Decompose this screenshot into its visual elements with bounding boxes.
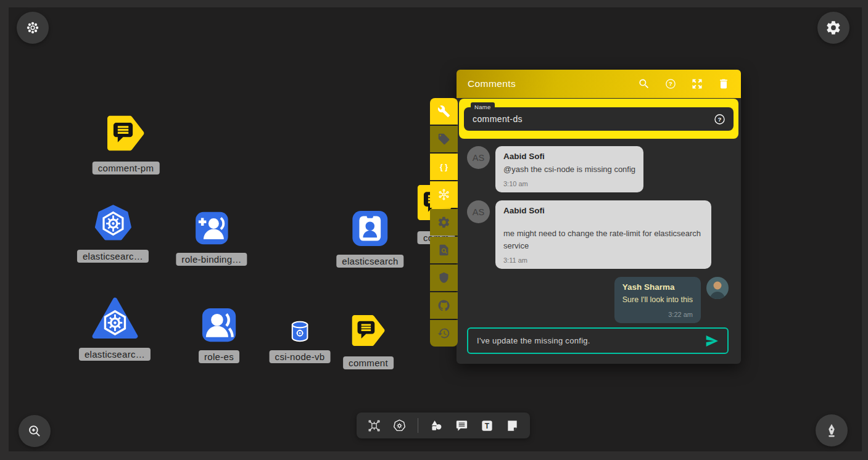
node-label[interactable]: elasticsearc… <box>79 348 151 361</box>
service-account-node-icon[interactable] <box>350 208 390 248</box>
messages-list: ASAabid Sofi@yash the csi-node is missin… <box>457 139 741 327</box>
role-node-icon[interactable] <box>200 306 238 344</box>
gear-icon <box>825 20 841 36</box>
tag-icon <box>437 133 450 146</box>
shape-toolbar-kubernetes-button[interactable] <box>392 419 407 433</box>
help-icon: ? <box>664 78 677 90</box>
shape-toolbar-text-tool-button[interactable]: T <box>480 419 494 433</box>
expand-button[interactable] <box>691 78 703 90</box>
toolbar-github-button[interactable] <box>430 292 458 319</box>
app-logo-button[interactable] <box>17 12 49 44</box>
name-input[interactable] <box>471 113 713 125</box>
node-label[interactable]: comment-pm <box>93 162 160 175</box>
history-icon <box>437 327 450 340</box>
toolbar-braces-button[interactable]: { } <box>430 154 458 180</box>
shape-toolbar-shapes-button[interactable] <box>429 419 444 433</box>
canvas-node[interactable]: comment <box>343 311 394 369</box>
mesh-icon <box>437 188 450 201</box>
comment-bubble-icon <box>455 419 469 433</box>
message-text: @yash the csi-node is missing config <box>503 163 635 176</box>
canvas-node[interactable]: role-es <box>199 306 239 363</box>
canvas-node[interactable]: comment-pm <box>93 111 160 175</box>
flower-icon <box>25 20 41 36</box>
k8s-triangle-node-icon[interactable] <box>91 295 138 342</box>
delete-button[interactable] <box>717 78 730 90</box>
message-text: me might need to change the rate-limit f… <box>503 228 703 252</box>
name-help-button[interactable]: ? <box>713 113 726 126</box>
note-icon <box>505 419 519 433</box>
comment-node-icon[interactable] <box>349 311 388 350</box>
k8s-heptagon-node-icon[interactable] <box>93 203 133 244</box>
expand-icon <box>691 78 703 90</box>
toolbar-shield-button[interactable] <box>430 265 458 291</box>
node-label[interactable]: comment <box>343 356 394 369</box>
shape-toolbar-comment-bubble-button[interactable] <box>455 419 469 433</box>
toolbar-wrench-button[interactable] <box>430 98 458 125</box>
shapes-icon <box>429 419 444 433</box>
shape-toolbar-note-button[interactable] <box>505 419 519 433</box>
toolbar-divider <box>418 418 418 433</box>
message-author: Aabid Sofi <box>503 152 635 161</box>
canvas-node[interactable]: elasticsearc… <box>79 295 151 361</box>
search-icon <box>638 78 650 90</box>
text-tool-icon: T <box>480 419 494 433</box>
canvas-node[interactable]: csi-node-vb <box>270 319 331 363</box>
pen-tool-button[interactable] <box>816 414 848 446</box>
csi-cylinder-node-icon[interactable] <box>287 319 313 344</box>
help-button[interactable]: ? <box>664 78 677 90</box>
message-row: ASAabid Sofime might need to change the … <box>467 200 729 269</box>
toolbar-gear-button[interactable] <box>430 209 458 236</box>
node-label[interactable]: role-es <box>199 350 239 363</box>
topology-icon <box>367 419 381 433</box>
shape-toolbar: T <box>357 413 530 438</box>
message-bubble: Aabid Sofi@yash the csi-node is missing … <box>495 146 643 192</box>
avatar: AS <box>467 146 490 169</box>
message-row: Yash SharmaSure I'll look into this3:22 … <box>467 277 729 322</box>
toolbar-mesh-button[interactable] <box>430 181 458 208</box>
zoom-in-button[interactable] <box>19 415 51 447</box>
toolbar-doc-search-button[interactable] <box>430 237 458 263</box>
gear-icon <box>437 216 450 229</box>
comments-panel-header[interactable]: Comments ? <box>457 70 741 98</box>
svg-text:?: ? <box>669 81 672 87</box>
name-field-block: Name ? <box>459 99 738 139</box>
toolbar-tag-button[interactable] <box>430 126 458 152</box>
avatar <box>706 277 729 299</box>
wrench-icon <box>437 105 450 118</box>
canvas-node[interactable]: role-binding… <box>176 210 247 266</box>
canvas-node[interactable]: elasticsearc… <box>77 203 149 263</box>
avatar: AS <box>467 200 490 223</box>
name-field-label: Name <box>471 102 495 112</box>
send-icon <box>704 333 720 349</box>
message-text: Sure I'll look into this <box>622 294 693 306</box>
message-bubble: Yash SharmaSure I'll look into this3:22 … <box>614 277 701 322</box>
message-timestamp: 3:11 am <box>503 257 703 264</box>
canvas-node[interactable]: elasticsearch <box>336 208 403 268</box>
node-label[interactable]: elasticsearc… <box>77 250 149 263</box>
shield-icon <box>437 271 450 284</box>
zoom-in-icon <box>27 423 43 439</box>
message-input[interactable] <box>476 335 704 346</box>
message-bubble: Aabid Sofime might need to change the ra… <box>495 200 711 269</box>
composer <box>457 327 741 364</box>
svg-text:?: ? <box>718 116 722 123</box>
message-author: Aabid Sofi <box>503 206 703 215</box>
node-label[interactable]: role-binding… <box>176 253 247 266</box>
send-button[interactable] <box>704 333 720 349</box>
kubernetes-icon <box>392 419 407 433</box>
message-timestamp: 3:22 am <box>622 311 693 318</box>
comment-node-icon[interactable] <box>104 111 148 155</box>
message-row: ASAabid Sofi@yash the csi-node is missin… <box>467 146 729 192</box>
svg-text:T: T <box>485 422 490 430</box>
search-button[interactable] <box>638 78 650 90</box>
help-icon: ? <box>713 113 726 126</box>
shape-toolbar-topology-button[interactable] <box>367 419 381 433</box>
braces-icon: { } <box>437 160 450 173</box>
settings-button[interactable] <box>817 12 849 44</box>
pen-nib-icon <box>824 422 840 438</box>
node-label[interactable]: elasticsearch <box>336 255 403 268</box>
node-label[interactable]: csi-node-vb <box>270 350 331 363</box>
toolbar-history-button[interactable] <box>430 320 458 347</box>
doc-search-icon <box>437 244 450 257</box>
role-binding-node-icon[interactable] <box>193 210 230 247</box>
